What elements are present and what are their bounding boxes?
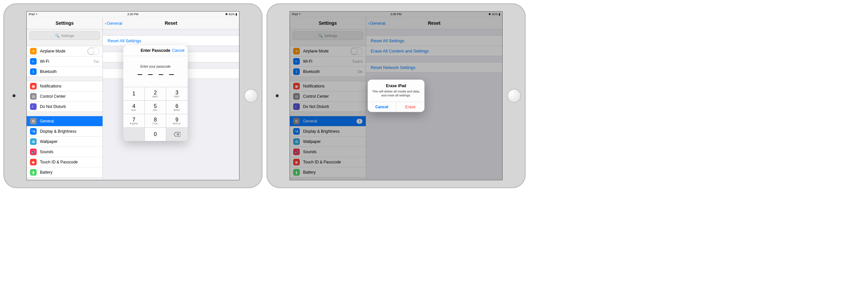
sidebar-item-wallpaper[interactable]: ✿Wallpaper: [27, 137, 102, 147]
key-1[interactable]: 1: [123, 87, 145, 100]
key-blank: [123, 128, 145, 141]
detail-header: ‹General Reset: [103, 17, 239, 29]
display-icon: ᴬA: [30, 128, 37, 135]
sidebar-item-battery[interactable]: ▮Battery: [27, 167, 102, 177]
key-8[interactable]: 8TUV: [145, 114, 166, 128]
sidebar-item-label: Airplane Mode: [40, 49, 65, 54]
sidebar-item-sounds[interactable]: 🔊Sounds: [27, 147, 102, 157]
screen: iPad ᯤ 2:30 PM ✱ 91% ▮ Settings 🔍 Settin…: [289, 11, 503, 180]
sidebar-item-label: Display & Brightness: [40, 129, 76, 134]
passcode-prompt: Enter your passcode: [123, 65, 188, 68]
home-button[interactable]: [507, 89, 521, 103]
sidebar-item-label: Touch ID & Passcode: [40, 160, 78, 164]
search-input[interactable]: 🔍 Settings: [29, 31, 100, 40]
reset-all-settings-row[interactable]: Reset All Settings: [103, 36, 239, 46]
sidebar: Settings 🔍 Settings ✈ Airplane Mode ᯤ Wi…: [27, 17, 103, 180]
key-5[interactable]: 5JKL: [145, 100, 166, 114]
sidebar-item-general[interactable]: ⚙General: [27, 116, 102, 127]
wifi-row-icon: ᯤ: [30, 58, 37, 65]
erase-alert: Erase iPad This will delete all media an…: [368, 80, 425, 112]
screen: iPad ᯤ 2:30 PM ✱ 91% ▮ Settings 🔍 Settin…: [26, 11, 240, 180]
alert-title: Erase iPad: [371, 84, 421, 88]
back-label: General: [107, 21, 122, 26]
control-center-icon: ⊟: [30, 93, 37, 100]
sidebar-item-label: Wi-Fi: [40, 59, 49, 64]
key-2[interactable]: 2ABC: [145, 87, 166, 100]
wallpaper-icon: ✿: [30, 138, 37, 145]
passcode-dashes: [123, 74, 188, 75]
gear-icon: ⚙: [30, 118, 37, 124]
sidebar-item-label: Sounds: [40, 149, 54, 154]
sidebar-item-touchid[interactable]: ◉Touch ID & Passcode: [27, 157, 102, 167]
sidebar-item-label: Wallpaper: [40, 139, 58, 144]
wifi-icon: ᯤ: [36, 12, 39, 16]
numeric-keypad: 1 2ABC 3DEF 4GHI 5JKL 6MNO 7PQRS 8TUV 9W…: [123, 87, 188, 141]
sidebar-item-label: Control Center: [40, 94, 66, 99]
camera-icon: [276, 94, 279, 97]
key-6[interactable]: 6MNO: [166, 100, 188, 114]
bluetooth-icon: ᛒ: [30, 68, 37, 75]
sidebar-item-label: Notifications: [40, 84, 61, 88]
alert-message: This will delete all media and data, and…: [372, 89, 421, 98]
status-left: iPad ᯤ: [29, 12, 39, 16]
sidebar-item-display[interactable]: ᴬADisplay & Brightness: [27, 127, 102, 137]
sidebar-item-notifications[interactable]: ▣Notifications: [27, 81, 102, 91]
passcode-popover: Enter Passcode Cancel Enter your passcod…: [123, 45, 188, 141]
sidebar-item-bluetooth[interactable]: ᛒ Bluetooth: [27, 67, 102, 77]
key-backspace[interactable]: [166, 128, 188, 141]
sidebar-title: Settings: [27, 17, 102, 29]
page-title: Reset: [103, 21, 239, 26]
airplane-toggle[interactable]: [87, 48, 99, 55]
wifi-value: Tuc: [93, 59, 99, 63]
key-3[interactable]: 3DEF: [166, 87, 188, 100]
airplane-icon: ✈: [30, 48, 37, 54]
back-button[interactable]: ‹General: [103, 21, 122, 26]
backspace-icon: [174, 132, 180, 137]
sidebar-item-label: Do Not Disturb: [40, 104, 66, 109]
status-right: ✱ 91% ▮: [225, 12, 237, 16]
sidebar-item-label: General: [40, 119, 54, 123]
ipad-frame-left: iPad ᯤ 2:30 PM ✱ 91% ▮ Settings 🔍 Settin…: [3, 3, 262, 188]
passcode-title: Enter Passcode: [141, 48, 170, 53]
passcode-cancel-button[interactable]: Cancel: [172, 48, 184, 53]
search-icon: 🔍: [55, 34, 60, 38]
sidebar-item-wifi[interactable]: ᯤ Wi-Fi Tuc: [27, 56, 102, 67]
sidebar-item-dnd[interactable]: ☾Do Not Disturb: [27, 102, 102, 112]
key-0[interactable]: 0: [145, 128, 166, 141]
battery-icon: ▮: [30, 169, 37, 176]
key-9[interactable]: 9WXYZ: [166, 114, 188, 128]
status-bar: iPad ᯤ 2:30 PM ✱ 91% ▮: [27, 11, 239, 17]
notifications-icon: ▣: [30, 83, 37, 89]
sidebar-item-control-center[interactable]: ⊟Control Center: [27, 91, 102, 102]
sidebar-item-airplane[interactable]: ✈ Airplane Mode: [27, 46, 102, 56]
ipad-frame-right: iPad ᯤ 2:30 PM ✱ 91% ▮ Settings 🔍 Settin…: [267, 3, 526, 188]
sidebar-item-label: Bluetooth: [40, 69, 57, 74]
camera-icon: [12, 94, 16, 97]
alert-erase-button[interactable]: Erase: [396, 102, 425, 112]
sounds-icon: 🔊: [30, 148, 37, 155]
key-7[interactable]: 7PQRS: [123, 114, 145, 128]
passcode-header: Enter Passcode Cancel: [123, 45, 188, 56]
chevron-left-icon: ‹: [105, 21, 106, 26]
moon-icon: ☾: [30, 103, 37, 110]
key-4[interactable]: 4GHI: [123, 100, 145, 114]
home-button[interactable]: [244, 89, 258, 103]
sidebar-item-label: Battery: [40, 170, 53, 175]
fingerprint-icon: ◉: [30, 159, 37, 165]
status-time: 2:30 PM: [27, 12, 239, 16]
alert-cancel-button[interactable]: Cancel: [368, 102, 396, 112]
search-placeholder: Settings: [61, 34, 74, 38]
